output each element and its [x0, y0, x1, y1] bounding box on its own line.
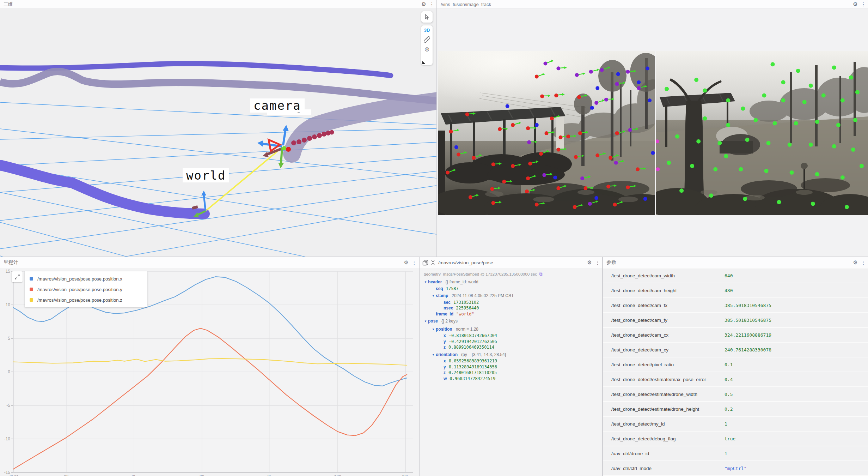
expander-triangle-icon[interactable]: ▼: [431, 352, 436, 358]
parameter-value[interactable]: true: [725, 436, 735, 441]
parameter-row[interactable]: /test_drone_detect/cam_cy240.76142883300…: [603, 343, 868, 357]
legend-item[interactable]: /mavros/vision_pose/pose.pose.position.z: [25, 295, 147, 305]
select-tool-button[interactable]: [421, 11, 433, 23]
optical-flow-arrow: [542, 151, 548, 153]
frame-label-camera: camera: [250, 98, 305, 113]
legend-swatch: [30, 277, 33, 281]
recenter-target-icon[interactable]: ◎: [424, 46, 429, 52]
copy-messages-icon[interactable]: [422, 260, 428, 266]
parameter-value[interactable]: 324.2211608886719: [725, 332, 771, 338]
feature-point-dot: [646, 66, 649, 70]
svg-text:80: 80: [64, 474, 69, 476]
parameter-row[interactable]: /test_drone_detect/pixel_ratio0.1: [603, 357, 868, 372]
feature-point-dot: [726, 123, 730, 127]
parameter-row[interactable]: /test_drone_detect/my_id1: [603, 417, 868, 431]
svg-text:15: 15: [6, 269, 11, 274]
feature-point-dot: [717, 141, 722, 145]
optical-flow-arrow: [557, 95, 563, 95]
legend-item[interactable]: /mavros/vision_pose/pose.pose.position.y: [25, 284, 147, 295]
expander-triangle-icon[interactable]: ▼: [431, 293, 436, 299]
parameter-value[interactable]: 240.7614288330078: [725, 347, 771, 353]
settings-gear-icon[interactable]: ⚙: [850, 1, 860, 7]
panel-menu-icon[interactable]: ⋮: [411, 260, 417, 265]
parameter-row[interactable]: /test_drone_detect/estimate/max_pose_err…: [603, 372, 868, 386]
expander-triangle-icon[interactable]: ▼: [423, 319, 428, 325]
parameter-value[interactable]: 480: [725, 288, 733, 293]
parameter-row[interactable]: /uav_ctrl/drone_id1: [603, 446, 868, 460]
feature-point-dot: [860, 164, 864, 168]
collapse-all-icon[interactable]: [430, 260, 435, 265]
parameter-value[interactable]: 385.5018310546875: [725, 318, 771, 323]
parameter-value[interactable]: 0.2: [725, 406, 733, 412]
legend-collapse-button[interactable]: [12, 271, 23, 282]
parameter-row[interactable]: /test_drone_detect/cam_fx385.50183105468…: [603, 298, 868, 312]
feature-point-dot: [535, 75, 539, 79]
view-mode-3d-button[interactable]: 3D: [424, 28, 430, 33]
parameter-value[interactable]: 0.4: [725, 377, 733, 382]
expander-triangle-icon[interactable]: ▼: [423, 279, 428, 285]
feature-point-dot: [583, 186, 587, 190]
panel-menu-icon[interactable]: ⋮: [594, 260, 601, 265]
parameter-value[interactable]: 0.1: [725, 362, 733, 367]
feature-point-dot: [809, 84, 813, 88]
parameter-value[interactable]: 640: [725, 273, 733, 278]
feature-point-dot: [802, 100, 807, 104]
feature-point-dot: [578, 131, 582, 135]
message-value: "world": [456, 311, 474, 317]
message-key: x: [444, 333, 446, 339]
optical-flow-arrow: [580, 96, 586, 97]
panel-menu-icon[interactable]: ⋮: [429, 1, 435, 7]
legend-label: /mavros/vision_pose/pose.pose.position.z: [37, 297, 122, 303]
parameter-row[interactable]: /test_drone_detect/estimate/drone_width0…: [603, 387, 868, 401]
feature-point-dot: [469, 195, 472, 199]
feature-point-dot: [781, 98, 786, 103]
parameter-row[interactable]: /test_drone_detect/cam_cx324.22116088867…: [603, 328, 868, 342]
feature-point-dot: [543, 61, 547, 65]
toolbar-resize-handle[interactable]: [422, 61, 425, 64]
message-tree-row: y-0.4291942012762505: [420, 339, 602, 345]
message-topic-path[interactable]: /mavros/vision_pose/pose: [435, 260, 493, 265]
feature-point-dot: [589, 70, 593, 74]
parameter-row[interactable]: /test_drone_detect/cam_height480: [603, 283, 868, 297]
camera-image-right[interactable]: [656, 51, 868, 215]
panel-menu-icon[interactable]: ⋮: [860, 260, 867, 265]
optical-flow-arrow: [494, 202, 500, 203]
settings-gear-icon[interactable]: ⚙: [401, 259, 411, 266]
camera-image-left[interactable]: [438, 51, 655, 215]
optical-flow-arrow: [452, 130, 458, 131]
message-key: position: [436, 326, 452, 332]
foxglove-layout: 三维 ⚙ ⋮: [0, 0, 868, 476]
parameter-name: /test_drone_detect/debug_flag: [611, 436, 676, 441]
legend-item[interactable]: /mavros/vision_pose/pose.pose.position.x: [25, 273, 147, 284]
parameter-row[interactable]: /test_drone_detect/cam_fy385.50183105468…: [603, 313, 868, 327]
expander-triangle-icon[interactable]: ▼: [431, 327, 436, 333]
feature-point-dot: [542, 173, 546, 177]
optical-flow-arrow: [618, 132, 624, 133]
copy-message-icon[interactable]: ⧉: [539, 271, 542, 277]
settings-gear-icon[interactable]: ⚙: [850, 259, 860, 266]
message-key: seq: [436, 286, 443, 292]
parameter-value[interactable]: 1: [725, 451, 727, 456]
feature-point-dot: [656, 139, 659, 143]
parameter-name: /test_drone_detect/my_id: [611, 421, 665, 427]
parameter-value[interactable]: 0.5: [725, 392, 733, 397]
ruler-icon[interactable]: [424, 36, 430, 43]
parameter-row[interactable]: /test_drone_detect/debug_flagtrue: [603, 432, 868, 446]
parameter-value[interactable]: 385.5018310546875: [725, 303, 771, 308]
3d-viewport[interactable]: camera body world: [0, 8, 436, 257]
message-tree-row: z0.8899106469350114: [420, 344, 602, 350]
panel-menu-icon[interactable]: ⋮: [860, 1, 867, 7]
settings-gear-icon[interactable]: ⚙: [419, 1, 429, 7]
settings-gear-icon[interactable]: ⚙: [585, 259, 594, 266]
svg-text:5: 5: [8, 336, 10, 341]
parameter-row[interactable]: /test_drone_detect/cam_width640: [603, 269, 868, 283]
feature-point-dot: [703, 89, 707, 93]
message-value: -0.4291942012762505: [449, 339, 497, 345]
message-tree-row: ▼orientationrpy = [3.41, 14.3, 28.54]: [420, 352, 602, 358]
parameter-value[interactable]: "mpCtrl": [725, 466, 747, 471]
optical-flow-arrow: [591, 201, 597, 203]
parameter-row[interactable]: /uav_ctrl/ctrl_mode"mpCtrl": [603, 461, 868, 475]
parameter-row[interactable]: /test_drone_detect/estimate/drone_height…: [603, 402, 868, 416]
parameter-value[interactable]: 1: [725, 421, 727, 427]
feature-point-dot: [616, 72, 620, 76]
